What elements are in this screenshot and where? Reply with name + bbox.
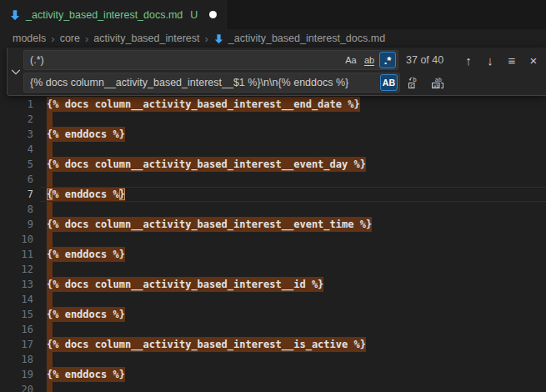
editor-line[interactable]: 7 {% enddocs %}	[0, 187, 546, 202]
line-text	[47, 262, 53, 277]
breadcrumb-item-file[interactable]: _activity_based_interest_docs.md	[213, 33, 385, 44]
match-count: 37 of 40	[406, 54, 454, 66]
editor-line[interactable]: 16	[0, 322, 546, 337]
match-case-toggle[interactable]: Aa	[343, 52, 359, 68]
svg-text:c: c	[410, 83, 413, 89]
chevron-right-icon: ›	[204, 33, 208, 45]
line-text	[47, 322, 53, 337]
line-number: 16	[0, 324, 33, 335]
editor-line[interactable]: 14	[0, 292, 546, 307]
editor-line[interactable]: 11 {% enddocs %}	[0, 247, 546, 262]
editor-line[interactable]: 1 {% docs column__activity_based_interes…	[0, 97, 546, 112]
breadcrumb-item-activity-based-interest[interactable]: activity_based_interest	[93, 33, 199, 44]
replace-input[interactable]: {% docs column__activity_based_interest_…	[23, 73, 400, 93]
line-number: 3	[0, 128, 33, 140]
line-number: 7	[0, 188, 33, 200]
line-text	[47, 292, 53, 307]
unsaved-changes-dot-icon[interactable]	[209, 11, 217, 18]
next-match-button[interactable]: ↓	[481, 51, 499, 69]
find-replace-widget: (.*) Aa ab .* 37 of 40 ↑ ↓ ≡ × {% docs c…	[7, 48, 546, 96]
line-number: 11	[0, 249, 33, 260]
editor-line[interactable]: 8	[0, 202, 546, 217]
chevron-down-icon	[10, 66, 22, 78]
replace-all-button[interactable]: ab ab	[428, 73, 447, 92]
line-text: {% enddocs %}	[47, 307, 125, 322]
line-number: 19	[0, 369, 33, 380]
breadcrumb-item-models[interactable]: models	[13, 33, 46, 44]
tab-file-name: _activity_based_interest_docs.md	[26, 9, 183, 21]
editor-line[interactable]: 4	[0, 142, 546, 157]
regex-toggle[interactable]: .*	[379, 52, 396, 68]
editor-line[interactable]: 2	[0, 112, 546, 127]
tab-bar: _activity_based_interest_docs.md U	[0, 0, 546, 29]
find-input-value: (.*)	[30, 54, 44, 66]
line-text	[47, 232, 53, 247]
line-number: 2	[0, 113, 33, 125]
line-text	[47, 352, 53, 367]
breadcrumb: models › core › activity_based_interest …	[0, 29, 546, 48]
line-text	[47, 142, 53, 157]
find-input[interactable]: (.*) Aa ab .*	[23, 50, 398, 70]
editor-line[interactable]: 9 {% docs column__activity_based_interes…	[0, 217, 546, 232]
line-number: 14	[0, 294, 33, 305]
line-text	[47, 382, 53, 392]
editor-line[interactable]: 17 {% docs column__activity_based_intere…	[0, 337, 546, 352]
editor-line[interactable]: 10	[0, 232, 546, 247]
line-text	[47, 172, 53, 187]
line-text	[47, 112, 53, 127]
line-text: {% enddocs %}	[47, 247, 125, 262]
svg-text:b: b	[413, 76, 417, 83]
line-number: 20	[0, 384, 33, 392]
line-number: 8	[0, 204, 33, 215]
line-text: {% docs column__activity_based_interest_…	[47, 97, 360, 112]
editor-line[interactable]: 20	[0, 382, 546, 392]
close-find-widget-button[interactable]: ×	[524, 51, 543, 69]
tab-active-file[interactable]: _activity_based_interest_docs.md U	[0, 0, 227, 29]
line-number: 6	[0, 173, 33, 185]
chevron-right-icon: ›	[85, 33, 88, 45]
git-status-badge: U	[190, 9, 198, 21]
line-text	[47, 202, 53, 217]
line-number: 13	[0, 279, 33, 290]
line-number: 18	[0, 354, 33, 365]
svg-text:ab: ab	[433, 83, 440, 88]
editor-line[interactable]: 18	[0, 352, 546, 367]
line-number: 15	[0, 309, 33, 320]
editor-line[interactable]: 3 {% enddocs %}	[0, 127, 546, 142]
whole-word-toggle[interactable]: ab	[361, 52, 378, 68]
chevron-right-icon: ›	[51, 33, 54, 45]
replace-icon: b c	[408, 76, 421, 89]
line-number: 5	[0, 158, 33, 170]
line-text: {% docs column__activity_based_interest_…	[47, 277, 323, 292]
editor-line[interactable]: 15 {% enddocs %}	[0, 307, 546, 322]
line-number: 1	[0, 98, 33, 110]
replace-input-value: {% docs column__activity_based_interest_…	[30, 77, 348, 88]
line-text: {% docs column__activity_based_interest_…	[47, 217, 372, 232]
line-text: {% enddocs %}	[47, 367, 125, 382]
preserve-case-toggle[interactable]: AB	[380, 74, 398, 91]
line-text: {% enddocs %}	[47, 127, 125, 142]
replace-button[interactable]: b c	[405, 73, 423, 92]
line-number: 9	[0, 219, 33, 230]
find-in-selection-button[interactable]: ≡	[503, 51, 521, 69]
line-number: 4	[0, 143, 33, 155]
previous-match-button[interactable]: ↑	[459, 51, 478, 69]
editor-line[interactable]: 12	[0, 262, 546, 277]
line-number: 10	[0, 234, 33, 245]
editor-line[interactable]: 5 {% docs column__activity_based_interes…	[0, 157, 546, 172]
line-text: {% docs column__activity_based_interest_…	[47, 337, 366, 352]
editor-line[interactable]: 6	[0, 172, 546, 187]
line-number: 12	[0, 264, 33, 275]
breadcrumb-item-core[interactable]: core	[60, 33, 80, 44]
line-text: {% docs column__activity_based_interest_…	[47, 157, 366, 172]
editor-line[interactable]: 13 {% docs column__activity_based_intere…	[0, 277, 546, 292]
line-number: 17	[0, 339, 33, 350]
markdown-file-icon	[213, 33, 224, 44]
markdown-file-icon	[9, 9, 21, 21]
breadcrumb-file-name: _activity_based_interest_docs.md	[228, 33, 385, 44]
editor-content: 1 {% docs column__activity_based_interes…	[0, 97, 546, 392]
toggle-replace-button[interactable]	[8, 48, 23, 95]
line-text: {% enddocs %}	[47, 187, 125, 202]
replace-all-icon: ab ab	[431, 76, 444, 89]
editor-line[interactable]: 19 {% enddocs %}	[0, 367, 546, 382]
